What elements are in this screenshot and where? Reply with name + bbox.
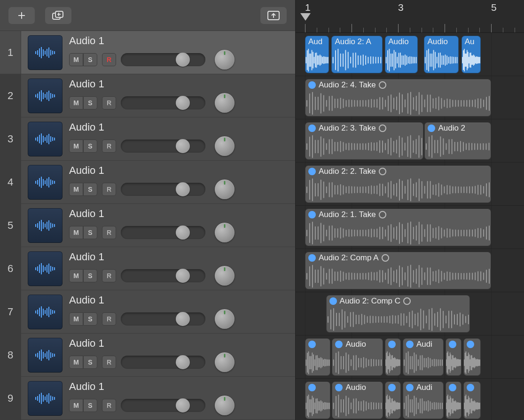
audio-region[interactable]: Audio 2	[424, 122, 491, 160]
audio-region[interactable]: Audio 2: A	[331, 36, 383, 73]
audio-region[interactable]: Audio	[332, 381, 383, 419]
pan-knob[interactable]	[215, 352, 235, 372]
arrange-lane[interactable]: Aud Audio 2: A Audio Audio	[296, 33, 524, 76]
mute-button[interactable]: M	[69, 140, 83, 153]
arrange-lane[interactable]: Audio 2: 1. Take	[296, 206, 524, 249]
audio-region[interactable]: Audi	[403, 381, 444, 419]
track-number[interactable]: 7	[0, 290, 21, 333]
audio-region[interactable]: Audio	[332, 338, 383, 376]
mute-button[interactable]: M	[69, 399, 83, 412]
playhead[interactable]	[300, 13, 311, 21]
track-name[interactable]: Audio 1	[69, 208, 289, 220]
pan-knob[interactable]	[215, 179, 235, 199]
volume-thumb[interactable]	[176, 96, 190, 110]
record-enable-button[interactable]: R	[102, 269, 116, 282]
ruler[interactable]: 135	[296, 0, 524, 33]
pan-knob[interactable]	[215, 309, 235, 329]
audio-region[interactable]	[385, 381, 401, 419]
mute-button[interactable]: M	[69, 269, 83, 282]
volume-slider[interactable]	[121, 269, 205, 282]
audio-region[interactable]	[446, 381, 461, 419]
arrange-lane[interactable]: Audio 2: 4. Take	[296, 76, 524, 119]
track-icon[interactable]	[28, 122, 63, 156]
track-name[interactable]: Audio 1	[69, 337, 289, 350]
track-number[interactable]: 2	[0, 74, 21, 117]
pan-knob[interactable]	[215, 136, 235, 156]
track-number[interactable]: 1	[0, 31, 21, 74]
volume-thumb[interactable]	[176, 312, 190, 326]
track-icon[interactable]	[28, 35, 63, 70]
track-number[interactable]: 4	[0, 161, 21, 203]
arrange-lane[interactable]: Audio 2: 2. Take	[296, 163, 524, 206]
record-enable-button[interactable]: R	[102, 183, 116, 196]
pan-knob[interactable]	[215, 396, 235, 415]
audio-region[interactable]: Audio 2: 2. Take	[305, 165, 491, 203]
arrange-area[interactable]: 135 Aud Audio 2: A Audio	[296, 0, 524, 420]
track-row[interactable]: 4 Audio 1 M S R	[0, 161, 295, 204]
track-name[interactable]: Audio 1	[69, 381, 289, 393]
mute-button[interactable]: M	[69, 312, 83, 326]
volume-thumb[interactable]	[176, 226, 190, 240]
record-enable-button[interactable]: R	[102, 226, 116, 239]
track-row[interactable]: 2 Audio 1 M S R	[0, 74, 295, 117]
solo-button[interactable]: S	[83, 140, 97, 153]
audio-region[interactable]: Audio 2: 1. Take	[305, 209, 491, 246]
audio-region[interactable]	[463, 381, 481, 419]
track-icon[interactable]	[28, 251, 63, 286]
track-name[interactable]: Audio 1	[69, 164, 289, 177]
mute-button[interactable]: M	[69, 356, 83, 369]
track-number[interactable]: 9	[0, 377, 21, 420]
volume-slider[interactable]	[121, 140, 205, 153]
solo-button[interactable]: S	[83, 356, 97, 369]
volume-slider[interactable]	[121, 312, 205, 326]
duplicate-track-button[interactable]	[45, 7, 71, 24]
volume-slider[interactable]	[121, 53, 205, 66]
volume-thumb[interactable]	[176, 53, 190, 67]
audio-region[interactable]	[305, 381, 330, 419]
solo-button[interactable]: S	[83, 399, 97, 412]
mute-button[interactable]: M	[69, 53, 83, 66]
track-row[interactable]: 8 Audio 1 M S R	[0, 334, 295, 377]
record-enable-button[interactable]: R	[102, 399, 116, 412]
audio-region[interactable]	[305, 338, 330, 376]
audio-region[interactable]	[385, 338, 401, 376]
track-name[interactable]: Audio 1	[69, 35, 289, 47]
solo-button[interactable]: S	[83, 226, 97, 239]
volume-slider[interactable]	[121, 226, 205, 239]
track-name[interactable]: Audio 1	[69, 78, 289, 90]
solo-button[interactable]: S	[83, 53, 97, 66]
volume-slider[interactable]	[121, 356, 205, 369]
volume-slider[interactable]	[121, 399, 205, 412]
arrange-lane[interactable]: Audio Audi	[296, 379, 524, 420]
audio-region[interactable]: Audi	[403, 338, 444, 376]
mute-button[interactable]: M	[69, 226, 83, 239]
track-row[interactable]: 6 Audio 1 M S R	[0, 247, 295, 290]
track-name[interactable]: Audio 1	[69, 294, 289, 306]
arrange-lane[interactable]: Audio 2: 3. Take Audio 2	[296, 119, 524, 163]
solo-button[interactable]: S	[83, 312, 97, 326]
audio-region[interactable]: Au	[461, 36, 481, 73]
track-row[interactable]: 9 Audio 1 M S R	[0, 377, 295, 420]
solo-button[interactable]: S	[83, 96, 97, 109]
solo-button[interactable]: S	[83, 183, 97, 196]
audio-region[interactable]: Audio 2: Comp A	[305, 252, 491, 289]
volume-slider[interactable]	[121, 96, 205, 109]
track-row[interactable]: 1 Audio 1 M S R	[0, 31, 295, 74]
solo-button[interactable]: S	[83, 269, 97, 282]
audio-region[interactable]: Audio	[385, 36, 417, 73]
track-row[interactable]: 3 Audio 1 M S R	[0, 117, 295, 161]
pan-knob[interactable]	[215, 266, 235, 286]
global-changes-button[interactable]	[260, 7, 287, 24]
track-name[interactable]: Audio 1	[69, 121, 289, 133]
track-name[interactable]: Audio 1	[69, 251, 289, 263]
audio-region[interactable]: Audio 2: 3. Take	[305, 122, 423, 160]
audio-region[interactable]: Audio 2: Comp C	[326, 295, 470, 333]
track-icon[interactable]	[28, 78, 63, 113]
track-number[interactable]: 5	[0, 204, 21, 247]
audio-region[interactable]	[463, 338, 481, 376]
record-enable-button[interactable]: R	[102, 312, 116, 326]
track-icon[interactable]	[28, 295, 63, 329]
mute-button[interactable]: M	[69, 96, 83, 109]
track-row[interactable]: 7 Audio 1 M S R	[0, 290, 295, 334]
arrange-lane[interactable]: Audio 2: Comp A	[296, 249, 524, 292]
